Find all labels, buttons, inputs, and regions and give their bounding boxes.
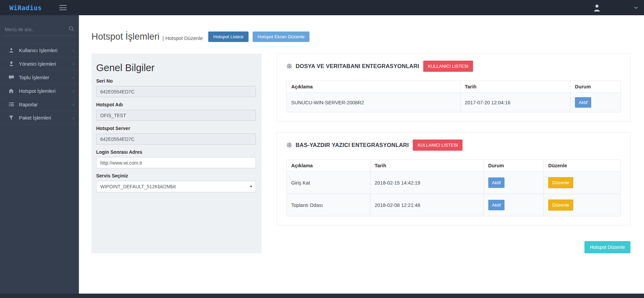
hotspot-list-button[interactable]: Hotspot Listesi (208, 31, 249, 42)
bas-yazdir-card: BAS-YAZDIR YAZICI ENTEGRASYONLARI KULLAN… (277, 132, 630, 226)
chevron-left-icon: ‹ (73, 61, 74, 66)
login-sonrasi-adres-label: Login Sonrası Adres (96, 149, 256, 155)
col-tarih: Tarih (370, 160, 484, 172)
status-aktif-button[interactable]: Aktif (488, 200, 505, 210)
row-date: 2018-02-15 14:42:19 (370, 172, 484, 194)
login-sonrasi-adres-field[interactable] (96, 157, 256, 168)
main-content: Hotspot İşlemleri | Hotspot Düzenle Hots… (79, 15, 644, 294)
general-info-panel: Genel Bilgiler Seri No Hotspot Adı Hotsp… (91, 54, 262, 253)
sidebar-item-yonetici-islemleri[interactable]: Yönetici İşlemleri ‹ (0, 57, 79, 70)
hotspot-server-label: Hotspot Server (96, 126, 256, 131)
hotspot-adi-field[interactable] (96, 110, 256, 121)
hotspot-screen-edit-button[interactable]: Hotspot Ekran Düzenle (253, 31, 310, 42)
sidebar-search (4, 25, 75, 36)
servis-select-value: WIPOINT_DEFAULT_512Kbit/2Mbit (100, 184, 176, 189)
page-header: Hotspot İşlemleri | Hotspot Düzenle Hots… (91, 31, 630, 42)
comment-icon (8, 75, 14, 80)
row-date: 2018-02-08 12:21:48 (370, 194, 484, 216)
col-aciklama: Açıklama (287, 160, 370, 172)
sidebar-item-paket-islemleri[interactable]: Paket İşlemleri ‹ (0, 111, 79, 125)
hotspot-adi-label: Hotspot Adı (96, 102, 256, 107)
col-aciklama: Açıklama (287, 81, 460, 93)
col-durum: Durum (571, 81, 621, 93)
duzenle-button[interactable]: Düzenle (548, 177, 573, 188)
app-logo[interactable]: WiRadius (0, 4, 59, 12)
dosya-veritabani-table: Açıklama Tarih Durum SUNUCU-WIN-SERVER-2… (286, 81, 621, 112)
row-desc: SUNUCU-WIN-SERVER-2008R2 (287, 93, 460, 112)
sidebar: Kullanıcı İşlemleri ‹ Yönetici İşlemleri… (0, 15, 79, 294)
select-caret-icon: ▼ (250, 185, 253, 188)
bas-yazdir-table: Açıklama Tarih Durum Düzenle Giriş Kat 2… (286, 159, 621, 216)
chevron-left-icon: ‹ (73, 88, 74, 93)
kullanici-listesi-button[interactable]: KULLANICI LISTESI (413, 140, 463, 151)
sidebar-item-kullanici-islemleri[interactable]: Kullanıcı İşlemleri ‹ (0, 43, 79, 57)
sidebar-item-hotspot-islemleri[interactable]: Hotspot İşlemleri ‹ (0, 84, 79, 98)
col-duzenle: Düzenle (544, 160, 621, 172)
seri-no-label: Seri No (96, 78, 256, 84)
topbar: WiRadius (0, 0, 644, 15)
col-tarih: Tarih (460, 81, 570, 93)
card-title: DOSYA VE VERITABANI ENTEGRASYONLARI (296, 63, 419, 69)
page-subtitle: | Hotspot Düzenle (163, 35, 203, 41)
card-title: BAS-YAZDIR YAZICI ENTEGRASYONLARI (296, 142, 409, 148)
dosya-veritabani-card: DOSYA VE VERITABANI ENTEGRASYONLARI KULL… (277, 54, 630, 122)
seri-no-field[interactable] (96, 86, 256, 97)
row-desc: Toplantı Odası (287, 194, 370, 216)
panel-title: Genel Bilgiler (96, 60, 256, 73)
row-desc: Giriş Kat (287, 172, 370, 194)
home-icon (8, 88, 14, 93)
search-input[interactable] (4, 25, 75, 33)
gear-icon (286, 142, 292, 148)
chevron-left-icon: ‹ (73, 75, 74, 80)
table-row: Giriş Kat 2018-02-15 14:42:19 Aktif Düze… (287, 172, 621, 194)
servis-seciniz-label: Servis Seçiniz (96, 173, 256, 178)
package-icon (8, 115, 14, 120)
hotspot-duzenle-button[interactable]: Hotspot Düzenle (584, 241, 630, 253)
user-icon (8, 48, 14, 53)
table-row: SUNUCU-WIN-SERVER-2008R2 2017-07-20 12:0… (287, 93, 621, 112)
kullanici-listesi-button[interactable]: KULLANICI LISTESI (423, 61, 473, 72)
caret-down-icon[interactable] (634, 6, 638, 9)
chevron-left-icon: ‹ (73, 48, 74, 53)
footer-bar (0, 294, 644, 298)
servis-select[interactable]: WIPOINT_DEFAULT_512Kbit/2Mbit ▼ (96, 181, 256, 192)
page-title: Hotspot İşlemleri (91, 31, 159, 42)
sidebar-nav: Kullanıcı İşlemleri ‹ Yönetici İşlemleri… (0, 43, 79, 125)
col-durum: Durum (484, 160, 543, 172)
gear-icon (286, 63, 292, 69)
chevron-left-icon: ‹ (73, 115, 74, 121)
duzenle-button[interactable]: Düzenle (548, 199, 573, 211)
profile-icon[interactable] (593, 3, 601, 12)
row-date: 2017-07-20 12:04:16 (460, 93, 570, 112)
sidebar-item-toplu-islemler[interactable]: Toplu İşlemler ‹ (0, 70, 79, 84)
chevron-left-icon: ‹ (73, 102, 74, 107)
hotspot-server-field[interactable] (96, 133, 256, 145)
status-aktif-button[interactable]: Aktif (488, 177, 505, 188)
search-icon[interactable] (69, 26, 74, 31)
list-icon (8, 102, 14, 107)
admin-icon (8, 61, 14, 66)
menu-icon[interactable] (59, 5, 67, 10)
sidebar-item-raporlar[interactable]: Raporlar ‹ (0, 98, 79, 111)
status-aktif-button[interactable]: Aktif (575, 97, 591, 108)
table-row: Toplantı Odası 2018-02-08 12:21:48 Aktif… (287, 194, 621, 216)
